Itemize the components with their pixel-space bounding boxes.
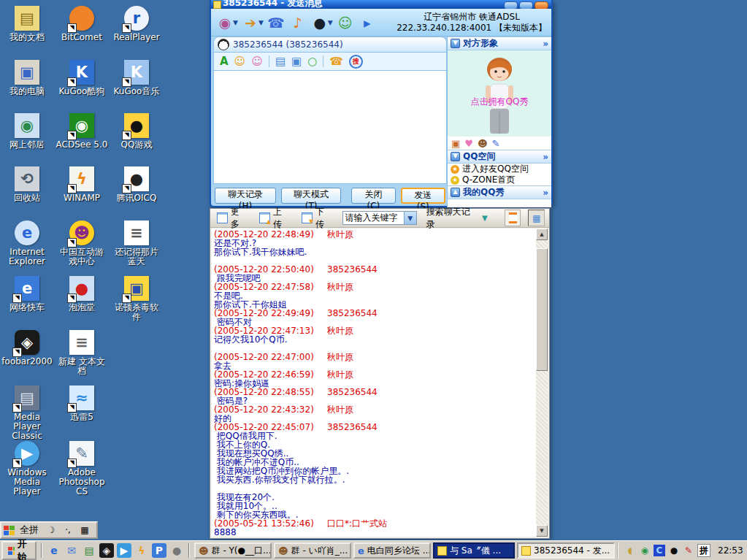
mobile-chat-button[interactable]: ☎ (267, 13, 286, 32)
music-cd-button[interactable]: ♪ (288, 13, 307, 32)
font-button[interactable]: A (220, 56, 229, 67)
desktop-icon-recycle-bin[interactable]: ⟲回收站 (0, 166, 54, 203)
qqshow-design-icon[interactable]: ✎ (492, 139, 500, 148)
desktop-icon-bitcomet[interactable]: ◥BitComet (55, 6, 109, 42)
messenger-quick-icon[interactable]: P (152, 543, 166, 558)
desktop-icon-acdsee[interactable]: ◉◥ACDSee 5.0 (55, 113, 109, 150)
qq-show-face-button[interactable]: ☺ (251, 56, 263, 67)
send-button[interactable]: 发送(S) (401, 188, 445, 204)
title-bar[interactable]: 385236544 - 发送消息 (211, 0, 551, 9)
chat-history-list[interactable]: (2005-12-20 22:48:49)秋叶原还是不对.?那你试下.我干你妹妹… (212, 229, 536, 537)
mail-quick-icon[interactable]: ✉ (64, 543, 79, 558)
qzone-header[interactable]: ▼ QQ空间 » (448, 150, 551, 164)
screen-capture-button[interactable]: ▣ (291, 56, 302, 67)
desktop-icon-china-game-center[interactable]: ☻◥中国互动游 戏中心 (55, 220, 109, 266)
desktop-icon-kugoo-music[interactable]: K◥KuGoo音乐 (110, 60, 164, 96)
desktop-icon-internet-explorer[interactable]: eInternet Explorer (0, 220, 54, 266)
qq-boat-button[interactable]: ●▼ (310, 13, 333, 32)
desktop-icon-tencent-oicq[interactable]: ●◥腾讯OICQ (110, 166, 164, 203)
ime-keyboard-icon[interactable]: ▦ (77, 523, 92, 537)
task-button[interactable]: 与 Sa〞儀 ... (433, 542, 515, 559)
app-quick-icon[interactable]: ● (169, 543, 184, 558)
ime-toolbar[interactable]: 全拼 ☽ ·, ▦ (0, 521, 98, 539)
wmp-quick-icon[interactable]: ▶ (117, 543, 131, 558)
desktop-icon-qq-games[interactable]: ●◥QQ游戏 (110, 113, 164, 150)
desktop-icon-windows-media-player[interactable]: ▶◥Windows Media Player (0, 441, 54, 496)
my-qq-show-header[interactable]: ▲ 我的QQ秀 » (448, 185, 551, 199)
desktop-icon-flashget[interactable]: e◥网络快车 (0, 276, 54, 312)
more-tools-arrow[interactable]: ▸ (358, 13, 377, 32)
desktop-icon-photoshop[interactable]: ✎◥Adobe Photoshop CS (55, 441, 109, 496)
start-button[interactable]: 开始 (1, 541, 37, 560)
scroll-up-button[interactable]: ▲ (536, 229, 548, 240)
desktop-icon-my-computer[interactable]: ▣我的电脑 (0, 60, 54, 96)
pen-icon[interactable]: ✎ (683, 545, 694, 556)
foobar-quick-icon[interactable]: ◈ (99, 543, 114, 558)
scrollbar[interactable]: ▲ ▼ (536, 229, 548, 537)
send-image-button[interactable]: ▤ (275, 56, 286, 67)
message-input[interactable] (213, 70, 447, 184)
scroll-thumb[interactable] (536, 248, 548, 371)
qq-tray-icon[interactable]: ● (668, 545, 680, 556)
desktop-icon-remember-blue-sky[interactable]: ≡还记得那片 蓝天 (110, 220, 164, 266)
desktop-icon-norton-antivirus[interactable]: ▣◥诺顿杀毒软 件 (110, 276, 164, 322)
list-view-button[interactable] (505, 210, 521, 226)
task-button[interactable]: ☻群 - Y(●__口... (194, 542, 272, 559)
download-records-button[interactable]: ▼ 下传 (299, 211, 334, 226)
qq-show-caption[interactable]: 点击拥有QQ秀 (448, 96, 551, 108)
desktop-icon-my-documents[interactable]: ▤我的文档 (0, 6, 54, 42)
globe-icon[interactable]: ◉ (639, 545, 651, 556)
desktop-icon-kugoo[interactable]: K◥KuGoo酷狗 (55, 60, 109, 96)
ie-quick-icon[interactable]: e (47, 543, 61, 558)
maximize-button[interactable] (519, 1, 533, 9)
pinyin-icon[interactable]: 拼 (697, 544, 710, 557)
combo-dropdown-icon[interactable]: ▼ (404, 212, 416, 224)
notepad-quick-icon[interactable]: ▤ (82, 543, 96, 558)
emoticon-button[interactable]: ☺ (234, 56, 246, 67)
expand-icon[interactable]: ▲ (451, 188, 460, 197)
dropdown-arrow-icon[interactable]: ▼ (258, 19, 264, 26)
chinanet-icon[interactable]: C (654, 545, 665, 556)
search-records-button[interactable]: 搜索聊天记录 ▼ (424, 211, 490, 226)
send-file-button[interactable]: ➔▼ (241, 13, 264, 32)
qq-show-avatar[interactable]: 点击拥有QQ秀 (448, 50, 551, 137)
desktop-icon-new-text-doc[interactable]: ≡新建 文本文 档 (55, 330, 109, 376)
task-button[interactable]: e电白同乡论坛 ... (353, 542, 431, 559)
collapse-icon[interactable]: ▼ (451, 39, 460, 48)
task-button[interactable]: ☻群 - い吖肖_... (274, 542, 351, 559)
opponent-image-header[interactable]: ▼ 对方形象 » (448, 37, 551, 50)
chat-history-button[interactable]: 聊天记录(H) (215, 188, 276, 204)
qqshow-gallery-icon[interactable]: ▣ (451, 139, 460, 148)
minimize-button[interactable] (504, 1, 518, 9)
close-chat-button[interactable]: 关闭(C) (351, 188, 395, 204)
winamp-quick-icon[interactable]: ϟ (134, 543, 149, 558)
scroll-down-button[interactable]: ▼ (536, 525, 548, 537)
video-chat-button[interactable]: ◉▼ (215, 13, 238, 32)
task-button[interactable]: 385236544 - 发... (517, 542, 615, 559)
qzone-home[interactable]: ★Q-ZONE首页 (448, 174, 551, 185)
desktop-icon-paopaotang[interactable]: ●◥泡泡堂 (55, 276, 109, 312)
dropdown-arrow-icon[interactable]: ▼ (328, 19, 333, 26)
desktop-icon-foobar2000[interactable]: ◈◥foobar2000 (0, 330, 54, 367)
ime-punctuation-icon[interactable]: ·, (61, 523, 75, 537)
enter-friend-qzone[interactable]: ★进入好友QQ空间 (448, 164, 551, 174)
dropdown-arrow-icon[interactable]: ▼ (233, 19, 238, 26)
chevron-more-icon[interactable]: » (543, 152, 548, 162)
add-friend-button[interactable]: ☺ (336, 13, 355, 32)
ime-mode-button[interactable]: 全拼 (17, 523, 42, 537)
more-records-button[interactable]: 更多 (215, 211, 250, 226)
desktop-icon-realplayer[interactable]: r◥RealPlayer (110, 6, 164, 42)
tree-view-button[interactable]: ▦ (528, 210, 545, 226)
volume-icon[interactable]: ◖ (624, 545, 636, 556)
keyword-combo[interactable]: 请输入关键字 ▼ (342, 211, 417, 225)
desktop-icon-media-player-classic[interactable]: ▤◥Media Player Classic (0, 386, 54, 441)
chevron-more-icon[interactable]: » (543, 188, 548, 198)
mobile-message-button[interactable]: ☎ (329, 56, 343, 67)
chat-mode-button[interactable]: 聊天模式(T) (281, 188, 341, 204)
ime-halfwidth-moon-icon[interactable]: ☽ (44, 523, 58, 537)
desktop-icon-winamp[interactable]: ϟ◥WINAMP (55, 166, 109, 203)
qqshow-friend-icon[interactable]: ☻ (478, 139, 488, 148)
qqshow-dress-icon[interactable]: ♥ (464, 139, 473, 148)
chevron-more-icon[interactable]: » (543, 39, 548, 49)
chat-bubble-button[interactable]: ○ (307, 56, 317, 67)
